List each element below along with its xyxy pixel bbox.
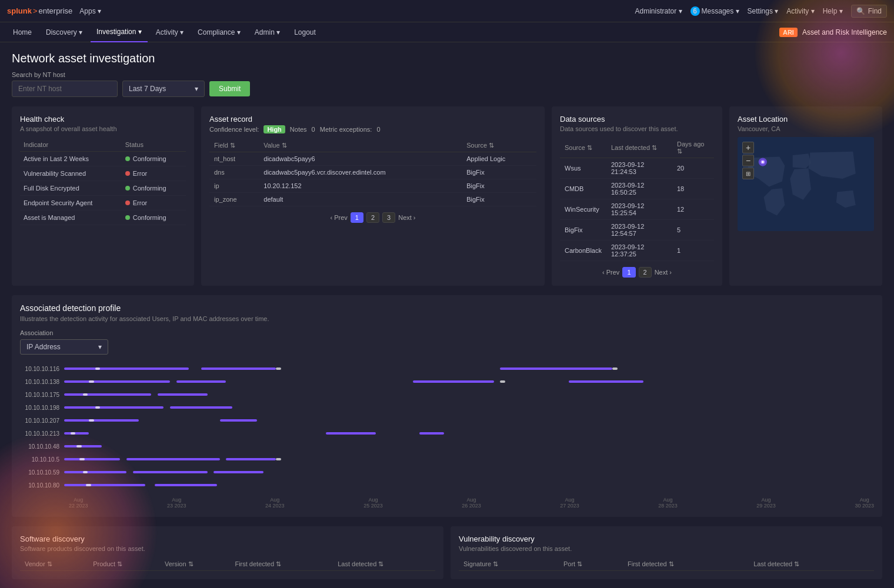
metric-label: Metric exceptions:	[320, 126, 372, 133]
nav-admin[interactable]: Admin ▾	[249, 22, 286, 42]
ip-label: 10.10.10.175	[20, 392, 64, 398]
sw-col-first[interactable]: First detected ⇅	[230, 558, 333, 571]
asset-page-3[interactable]: 3	[382, 212, 395, 223]
data-sources-subtitle: Data sources used to discover this asset…	[560, 125, 714, 132]
data-last-detected: 2023-09-12 12:37:25	[606, 240, 672, 261]
bar-purple	[158, 393, 208, 396]
nt-host-input[interactable]	[12, 81, 118, 97]
x-axis-label: Aug26 2023	[462, 497, 481, 509]
bars-container	[64, 455, 874, 463]
bars-container	[64, 416, 874, 425]
ari-section: ARI Asset and Risk Intelligence	[779, 28, 887, 37]
vuln-col-port[interactable]: Port ⇅	[559, 558, 623, 571]
asset-field: nt_host	[209, 152, 259, 166]
submit-button[interactable]: Submit	[209, 81, 250, 96]
sw-col-vendor[interactable]: Vendor ⇅	[20, 558, 88, 571]
nav-home[interactable]: Home	[7, 22, 38, 42]
software-table: Vendor ⇅ Product ⇅ Version ⇅ First detec…	[20, 558, 435, 571]
search-icon: 🔍	[856, 7, 865, 15]
health-status: Conforming	[122, 211, 186, 225]
asset-col-value: Value ⇅	[259, 139, 462, 152]
bars-container	[64, 390, 874, 399]
bar-white	[612, 368, 617, 370]
activity-menu[interactable]: Activity ▾	[786, 7, 814, 15]
map-zoom-out[interactable]: −	[742, 155, 754, 166]
data-source: WinSecurity	[560, 199, 606, 220]
sw-col-product[interactable]: Product ⇅	[88, 558, 160, 571]
nav-logout[interactable]: Logout	[288, 22, 322, 42]
bar-white	[95, 368, 100, 370]
data-col-source[interactable]: Source ⇅	[560, 138, 606, 158]
asset-next-btn[interactable]: Next ›	[398, 214, 415, 221]
data-days-ago: 20	[672, 158, 714, 179]
asset-prev-btn[interactable]: ‹ Prev	[330, 214, 347, 221]
notes-label: Notes	[290, 126, 307, 133]
asset-field: ip	[209, 179, 259, 193]
status-dot-red	[125, 171, 130, 176]
bar-purple	[155, 484, 217, 486]
data-sources-title: Data sources	[560, 115, 714, 123]
find-box[interactable]: 🔍 Find	[851, 5, 887, 18]
data-col-last-detected[interactable]: Last detected ⇅	[606, 138, 672, 158]
x-axis-label: Aug22 2023	[69, 497, 88, 509]
map-zoom-fit[interactable]: ⊞	[742, 168, 754, 179]
x-axis-label: Aug29 2023	[756, 497, 776, 509]
vuln-table: Signature ⇅ Port ⇅ First detected ⇅ Last…	[459, 558, 874, 571]
detection-profile-subtitle: Illustrates the detection activity for a…	[20, 315, 874, 322]
nav-activity[interactable]: Activity ▾	[150, 22, 189, 42]
data-last-detected: 2023-09-12 15:25:54	[606, 199, 672, 220]
sw-col-last[interactable]: Last detected ⇅	[333, 558, 435, 571]
data-page-1[interactable]: 1	[622, 267, 635, 278]
asset-col-field: Field ⇅	[209, 139, 259, 152]
map-controls: + − ⊞	[742, 142, 754, 179]
asset-table-row: ip 10.20.12.152 BigFix	[209, 179, 536, 193]
data-next-btn[interactable]: Next ›	[655, 269, 672, 276]
nav-discovery[interactable]: Discovery ▾	[40, 22, 88, 42]
chart-row: 10.10.10.5	[20, 453, 874, 465]
nav-investigation[interactable]: Investigation ▾	[91, 22, 148, 42]
software-discovery-card: Software discovery Software products dis…	[12, 526, 443, 579]
status-dot-green	[125, 186, 130, 191]
data-col-days-ago[interactable]: Days ago ⇅	[672, 138, 714, 158]
ari-badge: ARI	[779, 28, 798, 37]
assoc-select[interactable]: IP Address ▾	[20, 339, 108, 355]
health-table-row: Asset is Managed Conforming	[20, 211, 186, 225]
apps-button[interactable]: Apps ▾	[79, 7, 101, 15]
messages-badge: 6	[690, 6, 700, 16]
ip-label: 10.10.10.116	[20, 366, 64, 372]
bar-purple	[226, 458, 276, 460]
help-menu[interactable]: Help ▾	[823, 7, 843, 15]
vuln-col-last[interactable]: Last detected ⇅	[749, 558, 874, 571]
administrator-menu[interactable]: Administrator ▾	[635, 7, 682, 15]
status-dot-green	[125, 215, 130, 220]
settings-menu[interactable]: Settings ▾	[748, 7, 779, 15]
nav-compliance[interactable]: Compliance ▾	[192, 22, 246, 42]
map-zoom-in[interactable]: +	[742, 142, 754, 153]
data-source: CMDB	[560, 179, 606, 199]
data-prev-btn[interactable]: ‹ Prev	[602, 269, 619, 276]
health-status: Conforming	[122, 152, 186, 166]
ari-label: Asset and Risk Intelligence	[802, 28, 887, 36]
data-source: BigFix	[560, 220, 606, 240]
messages-menu[interactable]: 6 Messages ▾	[690, 6, 739, 16]
data-last-detected: 2023-09-12 16:50:25	[606, 179, 672, 199]
date-range-select[interactable]: Last 7 Days ▾	[122, 81, 205, 97]
asset-pagination: ‹ Prev 1 2 3 Next ›	[209, 212, 536, 223]
bar-white	[83, 471, 88, 473]
data-last-detected: 2023-09-12 21:24:53	[606, 158, 672, 179]
asset-page-1[interactable]: 1	[351, 212, 363, 223]
asset-value: dicadwabc5payy6	[259, 152, 462, 166]
data-source: CarbonBlack	[560, 240, 606, 261]
asset-location-title: Asset Location	[738, 115, 874, 123]
vuln-col-first[interactable]: First detected ⇅	[623, 558, 749, 571]
asset-page-2[interactable]: 2	[366, 212, 379, 223]
vuln-col-sig[interactable]: Signature ⇅	[459, 558, 559, 571]
status-dot-green	[125, 156, 130, 161]
data-page-2[interactable]: 2	[639, 267, 652, 278]
asset-table-row: dns dicadwabc5payy6.vcr.discover.edintel…	[209, 166, 536, 179]
health-indicator: Active in Last 2 Weeks	[20, 152, 122, 166]
health-check-title: Health check	[20, 115, 186, 123]
asset-record-title: Asset record	[209, 115, 536, 123]
sw-col-version[interactable]: Version ⇅	[160, 558, 231, 571]
asset-field: ip_zone	[209, 193, 259, 206]
